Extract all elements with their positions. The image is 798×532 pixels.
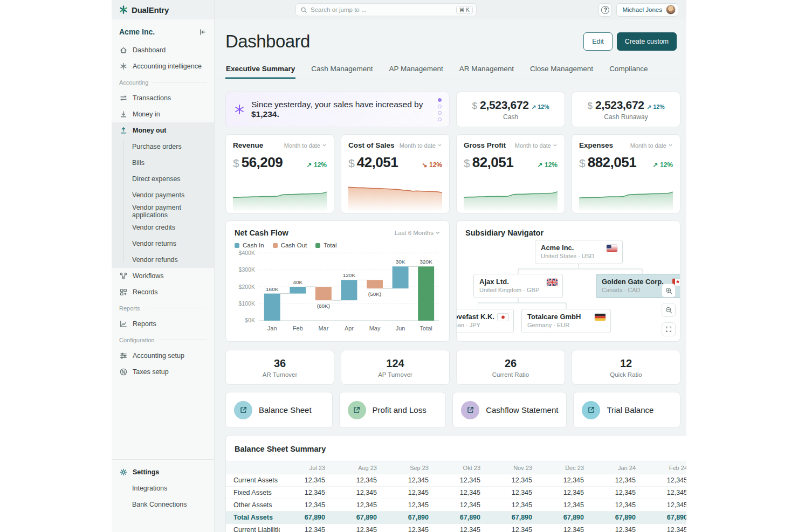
sidebar-item-records[interactable]: Records — [112, 284, 214, 300]
cell-value: 12,345 — [539, 487, 590, 499]
bs-col-jan-24: Jan 24 — [590, 461, 642, 474]
period-selector[interactable]: Last 6 Months — [395, 230, 441, 236]
transfer-icon — [119, 94, 128, 102]
user-menu[interactable]: Michael Jones — [616, 3, 678, 17]
chart-legend: Cash InCash OutTotal — [226, 237, 449, 248]
search-input[interactable] — [311, 6, 456, 13]
sidebar-section-configuration: Configuration — [112, 332, 214, 348]
sidebar-footer-item-bank-connections[interactable]: Bank Connections — [112, 496, 214, 513]
nav-label: Transactions — [133, 94, 171, 102]
metric-value: 56,209 — [242, 154, 283, 171]
svg-text:30K: 30K — [396, 259, 405, 265]
create-custom-button[interactable]: Create custom — [617, 32, 677, 51]
period-selector[interactable]: Month to date — [284, 142, 327, 149]
carousel-dots — [438, 98, 442, 121]
report-link-balance-sheet[interactable]: Balance Sheet — [225, 392, 333, 428]
external-link-icon — [234, 401, 252, 419]
sidebar-item-purchase-orders[interactable]: Purchase orders — [112, 139, 214, 155]
subsidiary-tree: Acme Inc.United States · USDAjax Ltd.Uni… — [457, 221, 680, 341]
dualentry-logo-icon — [119, 5, 128, 15]
subsidiary-meta: United States · USD — [541, 253, 617, 259]
subsidiary-name: Ajax Ltd. — [479, 278, 557, 286]
sidebar-item-money-out[interactable]: Money out — [112, 122, 214, 139]
cell-value: 12,345 — [539, 474, 590, 487]
sidebar-item-vendor-refunds[interactable]: Vendor refunds — [112, 252, 214, 268]
tab-close-management[interactable]: Close Management — [529, 60, 594, 79]
sidebar-item-accounting-setup[interactable]: Accounting setup — [112, 348, 214, 364]
legend-total: Total — [315, 242, 336, 248]
tab-ap-management[interactable]: AP Management — [388, 60, 443, 79]
metric-delta: ↗ 12% — [653, 161, 673, 169]
sidebar-item-transactions[interactable]: Transactions — [112, 90, 214, 106]
kpi-value: 2,523,672 — [480, 99, 529, 112]
zoom-in-button[interactable] — [662, 284, 676, 298]
ratio-value: 124 — [386, 357, 404, 370]
svg-text:(50K): (50K) — [368, 291, 381, 297]
kpi-delta: ↗ 12% — [647, 103, 665, 110]
sidebar-active-group: Money outPurchase ordersBillsDirect expe… — [112, 122, 214, 268]
sidebar-item-vendor-credits[interactable]: Vendor credits — [112, 219, 214, 236]
cell-value: 12,345 — [487, 499, 539, 512]
subsidiary-node-ajax[interactable]: Ajax Ltd.United Kingdom · GBP — [473, 274, 563, 298]
nav-label: Taxes setup — [133, 368, 169, 376]
sidebar-item-vendor-payments[interactable]: Vendor payments — [112, 187, 214, 203]
sidebar-footer-item-settings[interactable]: Settings — [112, 464, 214, 480]
sidebar-item-accounting-intelligence[interactable]: Accounting intelligence — [112, 58, 214, 74]
chevron-down-icon — [322, 143, 327, 148]
cell-value: 12,345 — [539, 524, 590, 532]
tab-ar-management[interactable]: AR Management — [459, 60, 514, 79]
cell-value: 67,890 — [539, 512, 590, 524]
report-link-trial-balance[interactable]: Trial Balance — [573, 392, 680, 428]
period-selector[interactable]: Month to date — [515, 142, 558, 149]
carousel-dot[interactable] — [438, 118, 442, 121]
ratio-label: Current Ratio — [492, 371, 529, 378]
sidebar-item-vendor-returns[interactable]: Vendor returns — [112, 236, 214, 252]
kpi-label: Cash Runaway — [604, 113, 648, 121]
kpi-card: $ 2,523,672 ↗ 12% Cash Runaway — [572, 92, 680, 127]
sidebar-item-workflows[interactable]: Workflows — [112, 268, 214, 284]
jp-flag-icon — [498, 314, 508, 321]
search-bar[interactable]: ⌘ K — [295, 3, 477, 16]
nav-label: Vendor refunds — [132, 256, 178, 264]
row-label: Fixed Assets — [226, 487, 280, 499]
sidebar-item-direct-expenses[interactable]: Direct expenses — [112, 171, 214, 187]
period-selector[interactable]: Month to date — [630, 142, 673, 149]
nav-label: Direct expenses — [132, 175, 181, 183]
subsidiary-node-totalcare[interactable]: Totalcare GmbHGermany · EUR — [521, 309, 611, 333]
collapse-sidebar-icon[interactable] — [198, 28, 207, 36]
help-button[interactable]: ? — [598, 3, 612, 17]
tab-executive-summary[interactable]: Executive Summary — [225, 60, 295, 79]
nav-label: Money out — [133, 127, 167, 134]
carousel-dot[interactable] — [438, 111, 442, 115]
fullscreen-button[interactable] — [662, 322, 676, 336]
edit-button[interactable]: Edit — [583, 32, 613, 51]
carousel-dot[interactable] — [438, 105, 442, 108]
subsidiary-node-movefast[interactable]: Movefast K.K.Japan · JPY — [456, 309, 514, 333]
shortcut-badge: ⌘ K — [456, 6, 473, 14]
kpi-delta: ↗ 12% — [532, 103, 549, 110]
sidebar-footer-item-integrations[interactable]: Integrations — [112, 480, 214, 496]
sidebar-item-reports[interactable]: Reports — [112, 316, 214, 332]
subsidiary-node-acme[interactable]: Acme Inc.United States · USD — [535, 240, 623, 264]
sidebar-item-dashboard[interactable]: Dashboard — [112, 42, 214, 58]
report-label: Profit and Loss — [373, 405, 426, 414]
carousel-dot[interactable] — [438, 98, 442, 102]
sidebar-item-money-in[interactable]: Money in — [112, 106, 214, 122]
metric-card: Revenue Month to date $ 56,209 ↗ 12% — [225, 134, 334, 213]
metric-card: Cost of Sales Month to date $ 42,051 ↘ 1… — [341, 134, 450, 213]
tab-cash-management[interactable]: Cash Management — [311, 60, 373, 79]
period-selector[interactable]: Month to date — [400, 142, 442, 149]
gear-icon — [119, 468, 128, 476]
sidebar-item-vendor-payment-applications[interactable]: Vendor payment applications — [112, 203, 214, 219]
org-name[interactable]: Acme Inc. — [119, 27, 155, 36]
metric-value: 42,051 — [357, 154, 398, 171]
report-link-cashflow-statement[interactable]: Cashflow Statement — [452, 392, 567, 428]
sparkle-icon — [233, 103, 245, 115]
report-link-profit-and-loss[interactable]: Profit and Loss — [339, 392, 446, 428]
zoom-out-button[interactable] — [662, 303, 676, 317]
sidebar-item-taxes-setup[interactable]: Taxes setup — [112, 364, 214, 380]
cell-value: 67,890 — [332, 512, 383, 524]
sidebar-item-bills[interactable]: Bills — [112, 155, 214, 171]
nav-label: Settings — [133, 468, 159, 476]
tab-compliance[interactable]: Compliance — [609, 60, 648, 79]
